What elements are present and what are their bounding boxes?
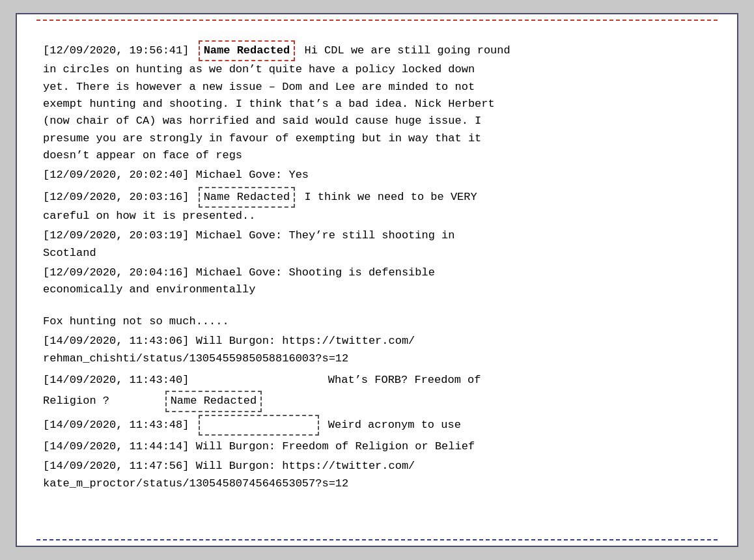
list-item: [14/09/2020, 11:43:48] Weird acronym to … xyxy=(43,415,711,436)
list-item: [12/09/2020, 19:56:41] Name Redacted Hi … xyxy=(43,40,711,164)
top-dashed-border xyxy=(36,20,718,21)
list-item: Fox hunting not so much..... xyxy=(43,313,711,330)
list-item: [12/09/2020, 20:04:16] Michael Gove: Sho… xyxy=(43,264,711,299)
timestamp: [14/09/2020, 11:43:40] xyxy=(43,374,189,386)
timestamp: [12/09/2020, 19:56:41] xyxy=(43,44,189,57)
timestamp: [12/09/2020, 20:03:16] xyxy=(43,191,189,203)
list-item: [12/09/2020, 20:02:40] Michael Gove: Yes xyxy=(43,167,711,184)
bottom-dashed-border xyxy=(36,539,718,540)
list-item: [14/09/2020, 11:43:06] Will Burgon: http… xyxy=(43,333,711,367)
redacted-name-badge xyxy=(199,415,319,436)
timestamp: [14/09/2020, 11:43:48] xyxy=(43,419,189,431)
message-text: Weird acronym to use xyxy=(328,419,461,431)
timestamp: [12/09/2020, 20:02:40] xyxy=(43,169,189,181)
timestamp: [14/09/2020, 11:47:56] xyxy=(43,460,189,472)
spacer xyxy=(43,301,711,313)
document-container: [12/09/2020, 19:56:41] Name Redacted Hi … xyxy=(16,13,738,547)
message-sender: Michael Gove: Yes xyxy=(196,169,309,181)
list-item: [14/09/2020, 11:47:56] Will Burgon: http… xyxy=(43,458,711,492)
timestamp: [14/09/2020, 11:44:14] xyxy=(43,440,189,453)
redacted-name-badge: Name Redacted xyxy=(165,391,262,412)
message-content: [12/09/2020, 19:56:41] Name Redacted Hi … xyxy=(43,40,711,492)
timestamp: [12/09/2020, 20:04:16] xyxy=(43,266,189,279)
list-item: [12/09/2020, 20:03:16] Name Redacted I t… xyxy=(43,187,711,225)
message-text: Fox hunting not so much..... xyxy=(43,315,229,328)
list-item: [12/09/2020, 20:03:19] Michael Gove: The… xyxy=(43,227,711,262)
timestamp: [14/09/2020, 11:43:06] xyxy=(43,335,189,347)
message-sender: Will Burgon: Freedom of Religion or Beli… xyxy=(196,440,475,453)
redacted-name-badge: Name Redacted xyxy=(199,40,296,61)
list-item: [14/09/2020, 11:44:14] Will Burgon: Free… xyxy=(43,438,711,455)
list-item: [14/09/2020, 11:43:40] What’s FORB? Free… xyxy=(43,370,711,412)
message-text: Hi CDL we are still going round in circl… xyxy=(43,44,510,161)
redacted-name-badge: Name Redacted xyxy=(199,187,296,208)
timestamp: [12/09/2020, 20:03:19] xyxy=(43,229,189,242)
